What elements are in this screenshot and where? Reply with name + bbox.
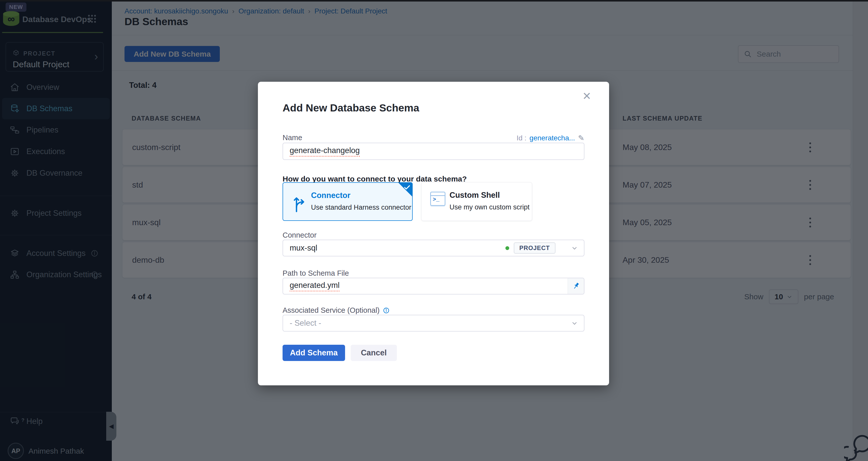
option-card-connector[interactable]: Connector Use standard Harness connector [283,182,413,221]
modal-title: Add New Database Schema [283,102,419,114]
add-schema-button[interactable]: Add Schema [283,345,345,361]
path-input[interactable]: generated.yml [283,278,584,294]
connect-question: How do you want to connect to your data … [283,175,467,183]
option-subtitle: Use standard Harness connector [311,204,411,211]
chevron-down-icon [571,319,578,327]
edit-pencil-icon[interactable]: ✎ [578,134,584,142]
browser-top-edge [0,0,868,2]
path-value: generated.yml [290,281,339,291]
option-card-custom-shell[interactable]: >_ Custom Shell Use my own custom script [421,182,532,221]
id-value-link[interactable]: generatecha... [530,134,575,142]
name-label: Name [283,134,302,142]
chevron-down-icon [571,244,578,252]
path-label: Path to Schema File [283,269,349,277]
option-title: Connector [311,191,350,200]
id-group: Id : generatecha... ✎ [517,134,584,142]
terminal-icon: >_ [430,192,445,206]
check-icon [404,185,410,190]
status-dot-icon [505,246,509,250]
service-label: Associated Service (Optional) [283,306,380,315]
connector-label: Connector [283,231,317,239]
close-icon[interactable]: ✕ [582,91,591,102]
connector-value: mux-sql [290,243,317,253]
cancel-button[interactable]: Cancel [351,345,397,361]
option-subtitle: Use my own custom script [450,203,530,211]
pushpin-icon [570,280,582,292]
schema-name-input[interactable]: generate-changelog [283,143,584,160]
info-icon[interactable] [383,307,390,314]
option-title: Custom Shell [450,191,500,200]
service-placeholder: - Select - [290,319,321,328]
add-schema-modal: ✕ Add New Database Schema Name Id : gene… [258,82,609,385]
connector-label-row: Connector [283,231,584,239]
schema-name-value: generate-changelog [290,146,360,157]
service-label-row: Associated Service (Optional) [283,306,584,315]
path-label-row: Path to Schema File [283,269,584,277]
terminal-prompt-glyph: >_ [433,196,439,203]
pin-slot[interactable] [568,278,584,294]
name-label-row: Name Id : generatecha... ✎ [283,134,584,142]
service-select[interactable]: - Select - [283,315,584,332]
connector-arrows-icon [292,193,308,212]
connector-select[interactable]: mux-sql PROJECT [283,240,584,256]
scope-badge: PROJECT [514,242,555,254]
id-label: Id : [517,134,526,142]
